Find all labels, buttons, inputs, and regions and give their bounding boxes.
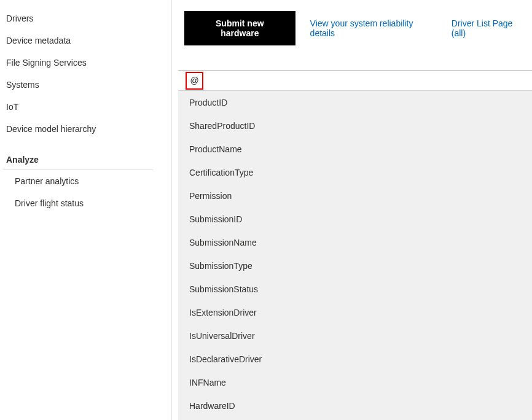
- dropdown-item-certificationtype[interactable]: CertificationType: [178, 161, 532, 184]
- dropdown-item-isextensiondriver[interactable]: IsExtensionDriver: [178, 301, 532, 324]
- dropdown-item-submissionstatus[interactable]: SubmissionStatus: [178, 278, 532, 301]
- sidebar-item-systems[interactable]: Systems: [0, 74, 171, 96]
- sidebar-item-device-model-hierarchy[interactable]: Device model hierarchy: [0, 118, 171, 140]
- action-bar: Submit new hardware View your system rel…: [184, 11, 532, 45]
- sidebar-item-device-metadata[interactable]: Device metadata: [0, 29, 171, 52]
- dropdown-list: ProductID SharedProductID ProductName Ce…: [178, 91, 532, 420]
- main-content: Submit new hardware View your system rel…: [172, 0, 532, 420]
- dropdown-item-productname[interactable]: ProductName: [178, 138, 532, 161]
- sidebar-section-analyze: Analyze: [3, 140, 153, 170]
- dropdown-item-permission[interactable]: Permission: [178, 184, 532, 208]
- dropdown-item-submissionid[interactable]: SubmissionID: [178, 208, 532, 231]
- dropdown-item-submissiontype[interactable]: SubmissionType: [178, 254, 532, 278]
- search-container: @ ProductID SharedProductID ProductName …: [178, 70, 532, 420]
- sidebar-subitem-partner-analytics[interactable]: Partner analytics: [0, 170, 171, 192]
- view-reliability-link[interactable]: View your system reliability details: [310, 18, 437, 38]
- dropdown-item-infname[interactable]: INFName: [178, 371, 532, 394]
- sidebar-item-iot[interactable]: IoT: [0, 96, 171, 118]
- submit-new-hardware-button[interactable]: Submit new hardware: [184, 11, 295, 45]
- sidebar-item-file-signing[interactable]: File Signing Services: [0, 52, 171, 74]
- sidebar-item-drivers[interactable]: Drivers: [0, 7, 171, 29]
- search-input[interactable]: [203, 71, 532, 90]
- dropdown-item-isuniversaldriver[interactable]: IsUniversalDriver: [178, 324, 532, 348]
- dropdown-item-sharedproductid[interactable]: SharedProductID: [178, 114, 532, 138]
- sidebar: Drivers Device metadata File Signing Ser…: [0, 0, 172, 420]
- driver-list-page-link[interactable]: Driver List Page (all): [452, 18, 527, 38]
- dropdown-item-isdeclarativedriver[interactable]: IsDeclarativeDriver: [178, 348, 532, 371]
- dropdown-item-operatingsystemcode[interactable]: OperatingSystemCode: [178, 418, 532, 420]
- sidebar-subitem-driver-flight-status[interactable]: Driver flight status: [0, 192, 171, 214]
- at-symbol-highlight: @: [186, 72, 203, 90]
- search-row: @: [178, 70, 532, 91]
- dropdown-item-submissionname[interactable]: SubmissionName: [178, 231, 532, 254]
- dropdown-item-productid[interactable]: ProductID: [178, 91, 532, 114]
- dropdown-item-hardwareid[interactable]: HardwareID: [178, 394, 532, 418]
